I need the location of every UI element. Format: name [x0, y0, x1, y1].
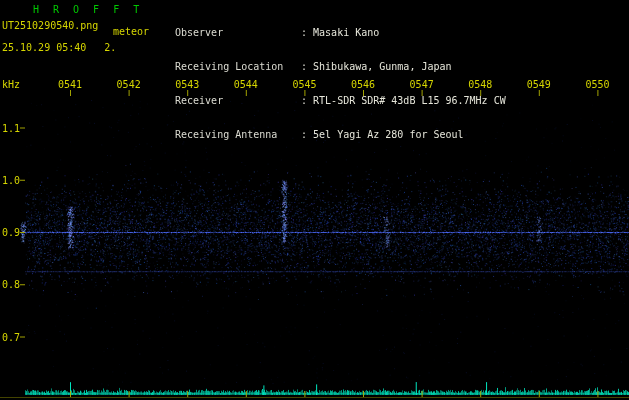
datetime: 25.10.29 05:40 2.	[2, 42, 116, 53]
info-separator: :	[301, 61, 313, 72]
y-tick-label: 0.8	[2, 279, 20, 290]
info-value: Shibukawa, Gunma, Japan	[313, 61, 451, 72]
station-name: meteor	[113, 26, 149, 37]
info-separator: :	[301, 27, 313, 38]
y-tick-label: 0.9	[2, 227, 20, 238]
y-tick-label: 1.0	[2, 175, 20, 186]
x-tick-label: 0547	[410, 79, 434, 90]
info-row-location: Receiving Location: Shibukawa, Gunma, Ja…	[175, 61, 506, 73]
filename: UT2510290540.png	[2, 20, 98, 31]
x-tick-label: 0550	[585, 79, 609, 90]
hrofft-output-image: H R O F F T UT2510290540.png meteor 25.1…	[0, 0, 629, 400]
x-tick-label: 0544	[234, 79, 258, 90]
x-tick-label: 0541	[58, 79, 82, 90]
info-label: Observer	[175, 27, 301, 38]
y-tick-label: 1.1	[2, 123, 20, 134]
info-label: Receiver	[175, 95, 301, 106]
info-label: Receiving Location	[175, 61, 301, 72]
x-tick-label: 0546	[351, 79, 375, 90]
info-row-receiver: Receiver: RTL-SDR SDR# 43dB L15 96.7MHz …	[175, 95, 506, 107]
info-separator: :	[301, 129, 313, 140]
app-title: H R O F F T	[33, 4, 143, 15]
x-tick-label: 0549	[527, 79, 551, 90]
info-value: RTL-SDR SDR# 43dB L15 96.7MHz CW	[313, 95, 506, 106]
x-tick-label: 0548	[468, 79, 492, 90]
x-tick-label: 0545	[292, 79, 316, 90]
x-tick-label: 0543	[175, 79, 199, 90]
info-row-antenna: Receiving Antenna: 5el Yagi Az 280 for S…	[175, 129, 506, 141]
info-label: Receiving Antenna	[175, 129, 301, 140]
info-value: Masaki Kano	[313, 27, 379, 38]
info-separator: :	[301, 95, 313, 106]
info-row-observer: Observer: Masaki Kano	[175, 27, 506, 39]
y-axis-unit-label: kHz	[2, 79, 20, 90]
info-value: 5el Yagi Az 280 for Seoul	[313, 129, 464, 140]
y-tick-label: 0.7	[2, 332, 20, 343]
station-info-block: Observer: Masaki Kano Receiving Location…	[175, 5, 506, 163]
x-tick-label: 0542	[117, 79, 141, 90]
